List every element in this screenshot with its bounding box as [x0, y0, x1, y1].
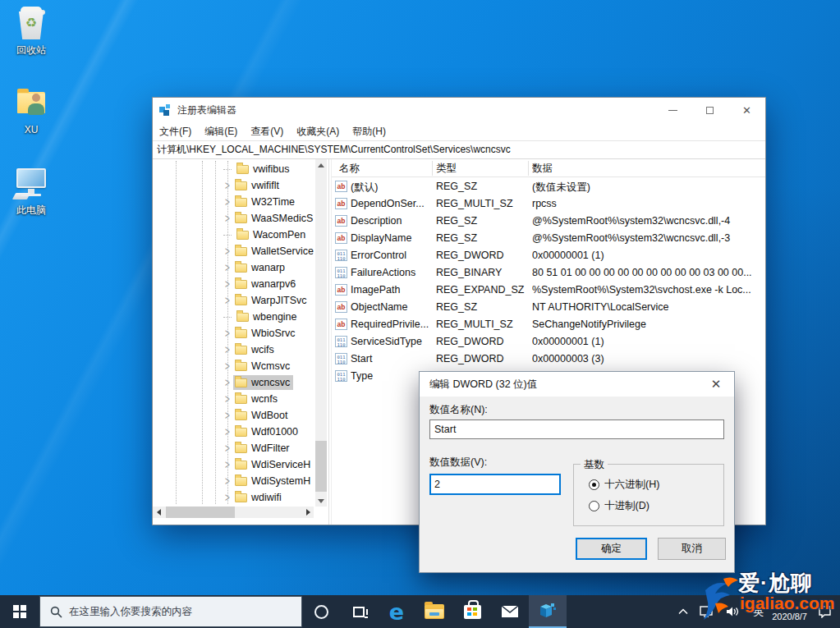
registry-tree[interactable]: vwifibus>vwififlt>W32Time>WaaSMedicSWaco… [153, 159, 328, 525]
chevron-right-icon[interactable]: > [223, 475, 233, 487]
desktop-icon-recycle-bin[interactable]: ♻ 回收站 [4, 7, 58, 57]
chevron-right-icon[interactable]: > [223, 262, 233, 273]
value-row-ImagePath[interactable]: abImagePathREG_EXPAND_SZ%SystemRoot%\Sys… [332, 282, 765, 299]
action-center-icon[interactable] [812, 606, 840, 618]
tree-item-WaaSMedicS[interactable]: >WaaSMedicS [153, 210, 328, 227]
chevron-right-icon[interactable]: > [223, 410, 233, 421]
scroll-left-arrow[interactable] [153, 507, 164, 518]
tree-item-wanarpv6[interactable]: >wanarpv6 [153, 276, 328, 292]
menu-view[interactable]: 查看(V) [244, 125, 290, 139]
title-bar[interactable]: 注册表编辑器 ✕ [153, 98, 765, 122]
address-input[interactable] [154, 142, 764, 158]
taskbar-store-button[interactable] [453, 595, 491, 628]
chevron-right-icon[interactable]: > [223, 377, 233, 388]
scroll-up-arrow[interactable] [315, 159, 327, 171]
chevron-right-icon[interactable]: > [223, 426, 233, 438]
chevron-right-icon[interactable]: > [223, 344, 233, 355]
maximize-button[interactable] [691, 98, 728, 122]
taskbar-mail-button[interactable] [491, 595, 529, 628]
tray-volume-icon[interactable] [720, 606, 746, 617]
minimize-button[interactable] [654, 98, 691, 122]
value-name-field[interactable] [429, 419, 724, 439]
tray-chevron-up-icon[interactable] [672, 608, 694, 615]
chevron-right-icon[interactable]: > [223, 328, 233, 339]
value-data-input[interactable] [429, 474, 561, 495]
value-row-DependOnSer...[interactable]: abDependOnSer...REG_MULTI_SZrpcss [332, 195, 765, 213]
value-row-ErrorControl[interactable]: 011110ErrorControlREG_DWORD0x00000001 (1… [332, 247, 765, 264]
ok-button[interactable]: 确定 [576, 538, 647, 560]
column-separator[interactable] [528, 161, 529, 176]
tree-item-WdiServiceH[interactable]: >WdiServiceH [153, 456, 328, 473]
chevron-right-icon[interactable]: > [223, 459, 233, 470]
menu-edit[interactable]: 编辑(E) [198, 125, 244, 139]
tree-item-vwififlt[interactable]: >vwififlt [153, 177, 328, 194]
radio-button-icon[interactable] [589, 501, 599, 511]
chevron-right-icon[interactable]: > [223, 213, 233, 224]
radio-button-icon[interactable] [589, 479, 599, 490]
value-row-Start[interactable]: 011110StartREG_DWORD0x00000003 (3) [332, 351, 765, 368]
tree-item-wbengine[interactable]: wbengine [153, 309, 328, 325]
tree-item-vwifibus[interactable]: vwifibus [153, 161, 328, 177]
dialog-title-bar[interactable]: 编辑 DWORD (32 位)值 ✕ [420, 372, 734, 397]
tree-item-Wcmsvc[interactable]: >Wcmsvc [153, 358, 328, 374]
scroll-down-arrow[interactable] [315, 495, 327, 507]
tree-vertical-scrollbar[interactable] [315, 159, 327, 507]
desktop-icon-user-folder[interactable]: XU [4, 87, 58, 135]
taskbar-task-view-button[interactable] [340, 595, 378, 628]
chevron-right-icon[interactable]: > [223, 245, 233, 257]
tree-item-WacomPen[interactable]: WacomPen [153, 227, 328, 243]
desktop-icon-this-pc[interactable]: 此电脑 [4, 167, 58, 218]
scrollbar-thumb[interactable] [315, 441, 327, 492]
chevron-right-icon[interactable]: > [223, 442, 233, 454]
tree-item-WdBoot[interactable]: >WdBoot [153, 407, 328, 424]
tray-ime-indicator[interactable]: 英 [746, 604, 770, 619]
chevron-right-icon[interactable]: > [223, 278, 233, 290]
radio-hexadecimal[interactable]: 十六进制(H) [589, 478, 659, 492]
taskbar-edge-button[interactable]: e [378, 595, 415, 628]
menu-help[interactable]: 帮助(H) [346, 125, 392, 139]
tree-item-wanarp[interactable]: >wanarp [153, 259, 328, 276]
scroll-right-arrow[interactable] [302, 507, 314, 518]
column-separator[interactable] [432, 161, 433, 176]
tree-item-WdiSystemH[interactable]: >WdiSystemH [153, 473, 328, 489]
tree-horizontal-scrollbar[interactable] [153, 507, 314, 518]
tree-item-wdiwifi[interactable]: >wdiwifi [153, 489, 328, 506]
dialog-close-icon[interactable]: ✕ [698, 372, 734, 397]
value-row-DisplayName[interactable]: abDisplayNameREG_SZ@%SystemRoot%\system3… [332, 230, 765, 247]
value-row-Description[interactable]: abDescriptionREG_SZ@%SystemRoot%\system3… [332, 213, 765, 230]
tree-item-WdFilter[interactable]: >WdFilter [153, 440, 328, 456]
radio-decimal[interactable]: 十进制(D) [589, 499, 650, 513]
taskbar-file-explorer-button[interactable] [415, 595, 453, 628]
chevron-right-icon[interactable]: > [223, 196, 233, 208]
menu-favorites[interactable]: 收藏夹(A) [290, 125, 346, 139]
tray-network-icon[interactable] [694, 606, 720, 617]
menu-file[interactable]: 文件(F) [153, 125, 198, 139]
tree-item-WbioSrvc[interactable]: >WbioSrvc [153, 325, 328, 342]
chevron-right-icon[interactable]: > [223, 295, 233, 306]
column-header-name[interactable]: 名称 [339, 162, 360, 176]
value-row-RequiredPrivile...[interactable]: abRequiredPrivile...REG_MULTI_SZSeChange… [332, 316, 765, 333]
cancel-button[interactable]: 取消 [658, 538, 726, 560]
tree-item-wcnfs[interactable]: >wcnfs [153, 391, 328, 407]
value-row-FailureActions[interactable]: 011110FailureActionsREG_BINARY80 51 01 0… [332, 264, 765, 282]
chevron-right-icon[interactable]: > [223, 180, 233, 191]
start-button[interactable] [0, 595, 39, 628]
value-row-ObjectName[interactable]: abObjectNameREG_SZNT AUTHORITY\LocalServ… [332, 299, 765, 316]
column-header-type[interactable]: 类型 [436, 162, 457, 176]
tree-item-wcifs[interactable]: >wcifs [153, 342, 328, 358]
chevron-right-icon[interactable]: > [223, 492, 233, 503]
value-row-ServiceSidType[interactable]: 011110ServiceSidTypeREG_DWORD0x00000001 … [332, 333, 765, 351]
taskbar-cortana-button[interactable] [302, 595, 340, 628]
value-row-(默认)[interactable]: ab(默认)REG_SZ(数值未设置) [332, 178, 765, 195]
tree-item-Wdf01000[interactable]: >Wdf01000 [153, 424, 328, 440]
taskbar-regedit-button-active[interactable] [529, 595, 567, 628]
tree-item-WarpJITSvc[interactable]: >WarpJITSvc [153, 292, 328, 309]
close-button[interactable]: ✕ [728, 98, 765, 122]
column-header-data[interactable]: 数据 [532, 162, 553, 176]
tray-clock[interactable]: 2020/8/7 [770, 612, 812, 622]
tree-item-W32Time[interactable]: >W32Time [153, 194, 328, 210]
chevron-right-icon[interactable]: > [223, 393, 233, 405]
scrollbar-thumb[interactable] [166, 507, 235, 518]
tree-item-WalletService[interactable]: >WalletService [153, 243, 328, 259]
chevron-right-icon[interactable]: > [223, 360, 233, 372]
